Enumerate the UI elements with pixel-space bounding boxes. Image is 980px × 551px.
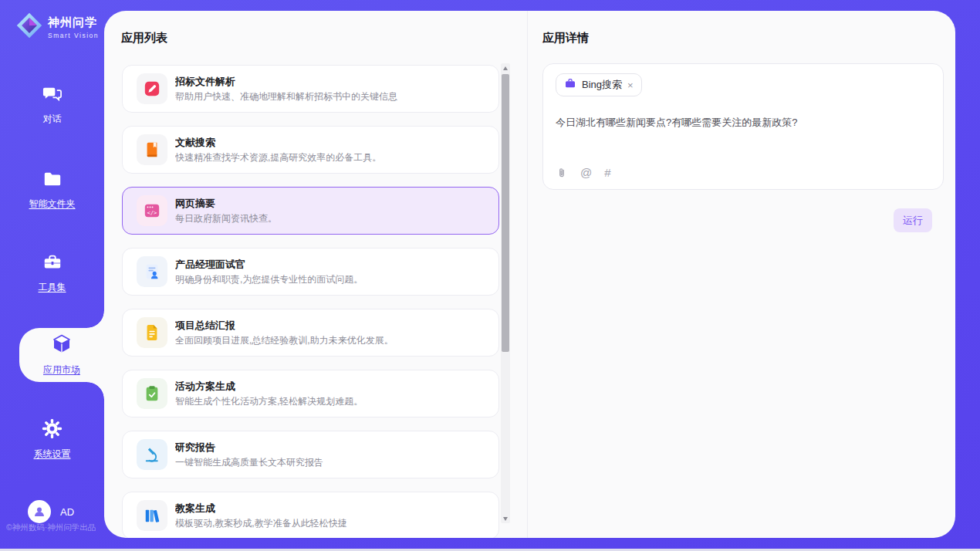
svg-text:</>: </> — [147, 210, 157, 216]
at-icon[interactable]: @ — [580, 166, 592, 179]
app-list-title: 应用列表 — [121, 31, 167, 46]
app-description: 每日政府新闻资讯快查。 — [175, 212, 277, 225]
user-initials: AD — [60, 506, 74, 518]
app-card[interactable]: 活动方案生成智能生成个性化活动方案,轻松解决规划难题。 — [122, 370, 499, 417]
tool-chip-label: Bing搜索 — [582, 78, 622, 92]
user-row: AD — [28, 500, 74, 523]
input-toolbar: @ # — [556, 166, 611, 179]
query-input[interactable]: 今日湖北有哪些新闻要点?有哪些需要关注的最新政策? — [556, 116, 931, 130]
app-description: 全面回顾项目进展,总结经验教训,助力未来优化发展。 — [175, 334, 394, 346]
app-card[interactable]: 项目总结汇报全面回顾项目进展,总结经验教训,助力未来优化发展。 — [122, 309, 499, 357]
sidebar-item-label: 对话 — [43, 113, 62, 126]
edit-icon — [137, 73, 167, 104]
sidebar-item-label: 应用市场 — [43, 363, 80, 377]
toolbox-icon — [42, 252, 63, 276]
sidebar-item-chat[interactable]: 对话 — [0, 83, 104, 126]
app-list: 招标文件解析帮助用户快速、准确地理解和解析招标书中的关键信息文献搜索快速精准查找… — [122, 65, 499, 538]
brand-tagline: Smart Vision — [48, 32, 99, 39]
copyright-footer: ©神州数码·神州问学出品 — [6, 522, 104, 533]
app-name: 活动方案生成 — [175, 380, 363, 393]
books-icon — [137, 500, 167, 531]
app-description: 快速精准查找学术资源,提高研究效率的必备工具。 — [175, 151, 381, 164]
sidebar-item-settings[interactable]: 系统设置 — [0, 418, 104, 461]
diamond-logo-icon — [15, 12, 43, 42]
microscope-icon — [137, 439, 167, 470]
app-name: 招标文件解析 — [175, 75, 397, 88]
sidebar-item-smart-folder[interactable]: 智能文件夹 — [0, 169, 104, 211]
sidebar-item-app-market[interactable]: 应用市场 — [19, 328, 104, 382]
sidebar-item-label: 智能文件夹 — [29, 198, 76, 211]
hash-icon[interactable]: # — [604, 166, 610, 179]
chat-icon — [42, 83, 63, 107]
cube-icon — [51, 333, 73, 358]
gear-icon — [42, 418, 63, 442]
briefcase-icon — [564, 77, 576, 93]
scroll-up-icon[interactable] — [501, 63, 510, 73]
scrollbar[interactable] — [501, 63, 510, 523]
interview-icon — [137, 256, 167, 287]
app-detail-title: 应用详情 — [542, 31, 589, 46]
brand-name: 神州问学 — [48, 15, 99, 30]
app-description: 智能生成个性化活动方案,轻松解决规划难题。 — [175, 395, 363, 407]
app-name: 产品经理面试官 — [175, 258, 363, 271]
app-card[interactable]: 文献搜索快速精准查找学术资源,提高研究效率的必备工具。 — [122, 126, 499, 174]
app-name: 文献搜索 — [175, 136, 381, 149]
app-name: 网页摘要 — [175, 197, 277, 210]
clipboard-check-icon — [137, 378, 167, 409]
app-description: 模板驱动,教案秒成,教学准备从此轻松快捷 — [175, 517, 347, 529]
sidebar-item-label: 工具集 — [39, 281, 66, 294]
app-card[interactable]: </>网页摘要每日政府新闻资讯快查。 — [122, 187, 499, 235]
brand-logo: 神州问学 Smart Vision — [15, 12, 99, 42]
sidebar-item-label: 系统设置 — [34, 448, 71, 461]
run-row: 运行 — [894, 208, 932, 232]
sidebar: 神州问学 Smart Vision 对话 智能文件夹 — [0, 0, 104, 549]
paperclip-icon[interactable] — [556, 167, 568, 179]
book-icon — [137, 134, 167, 165]
app-card[interactable]: 招标文件解析帮助用户快速、准确地理解和解析招标书中的关键信息 — [122, 65, 499, 113]
app-card[interactable]: 教案生成模板驱动,教案秒成,教学准备从此轻松快捷 — [122, 492, 499, 538]
app-detail-panel: 应用详情 Bing搜索 × 今日湖北有哪些新闻要点?有哪些需要关注的最新政策? — [527, 11, 955, 538]
close-icon[interactable]: × — [627, 80, 634, 90]
app-name: 教案生成 — [175, 502, 347, 515]
folder-icon — [42, 169, 63, 192]
app-list-panel: 应用列表 招标文件解析帮助用户快速、准确地理解和解析招标书中的关键信息文献搜索快… — [104, 11, 527, 538]
app-name: 研究报告 — [175, 441, 323, 454]
browser-code-icon: </> — [137, 195, 167, 226]
app-description: 帮助用户快速、准确地理解和解析招标书中的关键信息 — [175, 90, 397, 103]
app-description: 明确身份和职责,为您提供专业性的面试问题。 — [175, 273, 363, 286]
scrollbar-thumb[interactable] — [502, 74, 509, 352]
sidebar-item-toolset[interactable]: 工具集 — [0, 252, 104, 294]
tool-chip-bing-search: Bing搜索 × — [556, 73, 642, 96]
app-card[interactable]: 产品经理面试官明确身份和职责,为您提供专业性的面试问题。 — [122, 248, 499, 296]
app-name: 项目总结汇报 — [175, 319, 394, 332]
run-button[interactable]: 运行 — [894, 208, 932, 232]
app-description: 一键智能生成高质量长文本研究报告 — [175, 456, 323, 468]
query-input-card: Bing搜索 × 今日湖北有哪些新闻要点?有哪些需要关注的最新政策? @ # — [542, 63, 944, 190]
main-panel: 应用列表 招标文件解析帮助用户快速、准确地理解和解析招标书中的关键信息文献搜索快… — [104, 11, 955, 538]
report-doc-icon — [137, 317, 167, 348]
scroll-down-icon[interactable] — [501, 514, 510, 523]
app-card[interactable]: 研究报告一键智能生成高质量长文本研究报告 — [122, 431, 499, 478]
avatar[interactable] — [28, 500, 51, 523]
